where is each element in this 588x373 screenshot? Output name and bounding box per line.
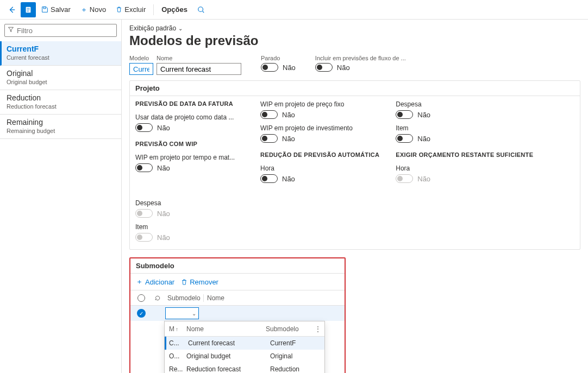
wip-tempo-value: Não [157, 164, 170, 172]
add-button[interactable]: ＋ Adicionar [136, 277, 174, 287]
plus-icon: ＋ [136, 277, 143, 287]
hora2-toggle [396, 174, 413, 183]
wip-fixo-value: Não [282, 111, 295, 119]
view-label: Exibição padrão [129, 24, 176, 32]
wip-inv-label: WIP em projeto de investimento [260, 124, 379, 132]
despesa-value: Não [417, 111, 430, 119]
section-orcamento: EXIGIR ORÇAMENTO RESTANTE SUFICIENTE [396, 151, 533, 158]
delete-label: Excluir [124, 5, 146, 14]
dd-col-m[interactable]: M↑ [165, 325, 184, 333]
new-label: Novo [90, 5, 106, 14]
back-arrow-icon [8, 6, 16, 14]
sidebar-item[interactable]: RemainingRemaining budget [0, 115, 121, 139]
incluir-toggle[interactable] [315, 63, 333, 72]
nome-input[interactable] [157, 63, 241, 75]
wip-tempo-toggle[interactable] [135, 163, 153, 172]
nav-title: Reduction [7, 93, 115, 102]
delete-button[interactable]: Excluir [111, 2, 150, 17]
wip-inv-value: Não [282, 135, 295, 143]
svg-rect-1 [43, 7, 46, 9]
chevron-down-icon: ⌄ [192, 311, 196, 317]
new-button[interactable]: ＋ Novo [76, 2, 110, 17]
despesa2-value: Não [157, 210, 170, 218]
submodelo-dropdown: M↑ Nome Submodelo ⋮ C...Current forecast… [164, 321, 325, 373]
select-all-radio[interactable] [137, 294, 145, 302]
row-selected-icon[interactable]: ✓ [137, 309, 146, 318]
edit-mode-button[interactable] [21, 2, 36, 17]
usar-data-label: Usar data de projeto como data ... [135, 113, 244, 121]
modelo-label: Modelo [129, 55, 153, 61]
plus-icon: ＋ [80, 5, 87, 15]
hora2-label: Hora [396, 165, 533, 172]
dd-col-sub[interactable]: Submodelo [266, 325, 315, 333]
hora-toggle[interactable] [260, 174, 278, 183]
hora-label: Hora [260, 165, 379, 172]
item-value: Não [417, 135, 430, 143]
parado-label: Parado [261, 55, 296, 61]
sidebar-item[interactable]: ReductionReduction forecast [0, 90, 121, 115]
wip-fixo-label: WIP em projeto de preço fixo [260, 100, 379, 108]
projeto-header[interactable]: Projeto [130, 81, 580, 96]
item-label: Item [396, 124, 533, 132]
search-icon [197, 6, 205, 14]
view-selector[interactable]: Exibição padrão ⌄ [129, 24, 183, 32]
filter-input[interactable] [4, 24, 117, 37]
save-button[interactable]: Salvar [37, 2, 75, 17]
nav-sub: Original budget [7, 79, 115, 85]
usar-data-value: Não [157, 124, 170, 132]
despesa-toggle[interactable] [396, 110, 413, 119]
incluir-value: Não [337, 64, 350, 72]
parado-toggle[interactable] [261, 63, 278, 72]
options-button[interactable]: Opções [157, 2, 192, 17]
dropdown-option[interactable]: C...Current forecastCurrentF [165, 337, 324, 350]
usar-data-toggle[interactable] [135, 123, 153, 132]
submodelo-header[interactable]: Submodelo [130, 258, 345, 274]
options-label: Opções [161, 5, 187, 14]
refresh-icon[interactable] [150, 295, 165, 301]
dropdown-option[interactable]: Re...Reduction forecastReduction [165, 363, 324, 373]
nav-title: Original [7, 69, 115, 78]
search-button[interactable] [193, 6, 209, 14]
item2-label: Item [135, 223, 201, 231]
section-wip: PREVISÃO COM WIP [135, 141, 244, 147]
chevron-down-icon: ⌄ [178, 26, 183, 31]
remove-button[interactable]: Remover [181, 278, 218, 286]
filter-icon [8, 26, 14, 33]
content-area: Exibição padrão ⌄ Modelos de previsão Mo… [122, 20, 588, 373]
back-button[interactable] [4, 2, 20, 17]
modelo-input[interactable] [129, 63, 153, 75]
save-label: Salvar [51, 5, 71, 14]
col-submodelo[interactable]: Submodelo [165, 294, 203, 302]
wip-tempo-label: WIP em projeto por tempo e mat... [135, 154, 244, 161]
nav-sub: Current forecast [7, 54, 115, 61]
nome-label: Nome [157, 55, 241, 61]
wip-inv-toggle[interactable] [260, 134, 278, 143]
sidebar-item[interactable]: CurrentFCurrent forecast [0, 41, 121, 66]
remove-label: Remover [190, 278, 218, 286]
sidebar-item[interactable]: OriginalOriginal budget [0, 66, 121, 90]
trash-icon [181, 279, 187, 286]
page-title: Modelos de previsão [129, 33, 580, 48]
col-nome[interactable]: Nome [203, 294, 345, 302]
trash-icon [116, 6, 122, 13]
grid-row[interactable]: ✓ ⌄ [130, 306, 345, 321]
nav-sub: Remaining budget [7, 128, 115, 134]
wip-fixo-toggle[interactable] [260, 110, 278, 119]
command-bar: Salvar ＋ Novo Excluir Opções [0, 0, 588, 20]
item-toggle[interactable] [396, 134, 413, 143]
dd-more-icon[interactable]: ⋮ [315, 325, 324, 333]
dropdown-option[interactable]: O...Original budgetOriginal [165, 350, 324, 363]
despesa-label: Despesa [396, 100, 533, 108]
section-reducao: REDUÇÃO DE PREVISÃO AUTOMÁTICA [260, 151, 379, 158]
incluir-label: Incluir em previsões de fluxo de ... [315, 55, 406, 61]
document-lines-icon [24, 6, 32, 14]
section-data-fatura: PREVISÃO DE DATA DA FATURA [135, 100, 244, 107]
dd-col-nome[interactable]: Nome [184, 325, 266, 333]
sidebar: CurrentFCurrent forecastOriginalOriginal… [0, 20, 122, 373]
item2-value: Não [157, 233, 170, 242]
despesa2-toggle [135, 209, 153, 218]
submodelo-combo[interactable]: ⌄ [165, 307, 199, 319]
nav-sub: Reduction forecast [7, 103, 115, 110]
item2-toggle [135, 233, 153, 242]
add-label: Adicionar [145, 278, 174, 286]
